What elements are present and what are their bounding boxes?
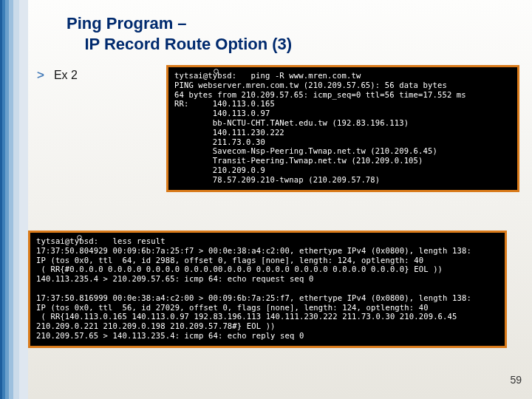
terminal-output-bottom: tytsai@tybsd: less result 17:37:50.80492… xyxy=(36,236,499,341)
page-number: 59 xyxy=(510,374,522,386)
prompt-circle-icon xyxy=(76,234,83,241)
bullet-row: > Ex 2 xyxy=(37,68,78,83)
terminal-panel-top: tytsai@tybsd: ping -R www.mren.com.tw PI… xyxy=(166,65,519,192)
title-line-2: IP Record Route Option (3) xyxy=(84,35,292,53)
title-line-1: Ping Program – xyxy=(66,14,187,33)
prompt-circle-icon xyxy=(213,68,219,75)
page-title: Ping Program – IP Record Route Option (3… xyxy=(66,13,292,54)
svg-point-1 xyxy=(78,235,82,239)
bullet-text: Ex 2 xyxy=(54,69,78,82)
bullet-chevron-icon: > xyxy=(37,68,44,83)
svg-point-0 xyxy=(214,69,219,74)
terminal-panel-bottom: tytsai@tybsd: less result 17:37:50.80492… xyxy=(28,231,507,348)
terminal-output-top: tytsai@tybsd: ping -R www.mren.com.tw PI… xyxy=(174,71,511,185)
